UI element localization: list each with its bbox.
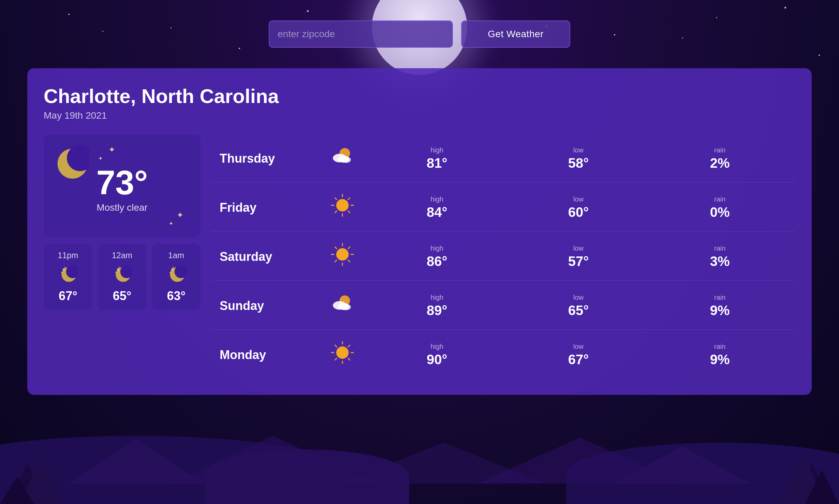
hour-label-2: 1am xyxy=(168,251,184,260)
landscape xyxy=(0,402,839,504)
forecast-panel: Thursday high 81° low 58° xyxy=(211,135,795,379)
svg-point-15 xyxy=(63,268,65,270)
svg-point-20 xyxy=(117,268,119,270)
svg-point-27 xyxy=(173,267,174,268)
current-moon-icon xyxy=(52,145,89,182)
forecast-icon-3 xyxy=(322,292,363,320)
forecast-rain-4: rain 9% xyxy=(652,343,787,367)
forecast-row-1: Friday high 84 xyxy=(211,184,795,232)
city-name: Charlotte, North Carolina xyxy=(44,85,795,107)
svg-point-21 xyxy=(115,272,117,273)
svg-point-26 xyxy=(170,272,171,273)
forecast-day-3: Sunday xyxy=(220,299,315,313)
forecast-day-0: Thursday xyxy=(220,151,315,166)
forecast-low-1: low 60° xyxy=(511,195,646,220)
forecast-icon-4 xyxy=(322,341,363,369)
svg-line-37 xyxy=(335,198,337,199)
hour-card-0: 11pm 67° xyxy=(44,244,92,310)
forecast-day-4: Monday xyxy=(220,348,315,362)
svg-point-16 xyxy=(61,272,63,273)
current-description: Mostly clear xyxy=(97,202,147,213)
svg-point-31 xyxy=(341,157,351,163)
zipcode-input[interactable] xyxy=(269,20,453,48)
forecast-row-4: Monday high 90 xyxy=(211,331,795,379)
svg-point-32 xyxy=(336,199,349,211)
hour-icon-2 xyxy=(166,264,187,285)
forecast-low-4: low 67° xyxy=(511,343,646,367)
forecast-high-3: high 89° xyxy=(370,294,504,318)
date: May 19th 2021 xyxy=(44,110,795,121)
sparkle-icon: ✦ xyxy=(108,145,115,154)
hour-card-2: 1am 63° xyxy=(152,244,201,310)
forecast-rain-1: rain 0% xyxy=(652,195,787,220)
svg-line-40 xyxy=(335,211,337,213)
svg-line-39 xyxy=(348,198,350,199)
svg-line-38 xyxy=(348,211,350,213)
hour-temp-2: 63° xyxy=(167,289,185,303)
forecast-high-2: high 86° xyxy=(370,244,504,269)
forecast-rain-3: rain 9% xyxy=(652,294,787,318)
main-weather-card: Charlotte, North Carolina May 19th 2021 … xyxy=(27,68,812,395)
forecast-icon-1 xyxy=(322,193,363,222)
hour-card-1: 12am 65° xyxy=(98,244,147,310)
forecast-day-2: Saturday xyxy=(220,250,315,264)
left-panel: ✦ ✦ ✦ ✦ 73° Mostly clear 11pm xyxy=(44,135,201,379)
svg-line-62 xyxy=(335,358,337,360)
svg-marker-6 xyxy=(68,439,205,484)
forecast-high-1: high 84° xyxy=(370,195,504,220)
svg-line-48 xyxy=(348,247,350,249)
svg-point-41 xyxy=(336,248,349,261)
forecast-low-0: low 58° xyxy=(511,146,646,171)
svg-line-46 xyxy=(335,247,337,249)
svg-point-53 xyxy=(341,304,351,310)
svg-line-49 xyxy=(335,260,337,262)
svg-line-47 xyxy=(348,260,350,262)
hourly-forecast: 11pm 67° 12am xyxy=(44,244,201,310)
hour-icon-0 xyxy=(58,264,78,285)
header: Get Weather xyxy=(0,20,839,48)
forecast-day-1: Friday xyxy=(220,201,315,215)
forecast-row-0: Thursday high 81° low 58° xyxy=(211,135,795,182)
hour-icon-1 xyxy=(112,264,132,285)
get-weather-button[interactable]: Get Weather xyxy=(461,20,570,48)
sparkle-icon-3: ✦ xyxy=(177,210,183,220)
svg-point-22 xyxy=(118,267,120,268)
sparkle-icon-4: ✦ xyxy=(169,220,173,227)
svg-point-54 xyxy=(336,346,349,359)
svg-marker-7 xyxy=(171,436,375,484)
forecast-icon-0 xyxy=(322,144,363,173)
forecast-high-4: high 90° xyxy=(370,343,504,367)
forecast-rain-2: rain 3% xyxy=(652,244,787,269)
svg-point-17 xyxy=(64,267,66,268)
hour-label-1: 12am xyxy=(112,251,132,260)
hour-label-0: 11pm xyxy=(58,251,78,260)
svg-point-25 xyxy=(171,268,173,270)
forecast-rain-0: rain 2% xyxy=(652,146,787,171)
forecast-row-2: Saturday high xyxy=(211,233,795,281)
svg-line-60 xyxy=(348,358,350,360)
forecast-low-2: low 57° xyxy=(511,244,646,269)
forecast-low-3: low 65° xyxy=(511,294,646,318)
hour-temp-1: 65° xyxy=(113,289,131,303)
sparkle-icon-2: ✦ xyxy=(98,155,103,162)
svg-line-61 xyxy=(348,345,350,347)
hour-temp-0: 67° xyxy=(59,289,77,303)
current-temp: 73° xyxy=(96,165,148,199)
svg-line-59 xyxy=(335,345,337,347)
forecast-icon-2 xyxy=(322,242,363,271)
forecast-row-3: Sunday high 89° low 65° xyxy=(211,282,795,330)
forecast-high-0: high 81° xyxy=(370,146,504,171)
current-weather-card: ✦ ✦ ✦ ✦ 73° Mostly clear xyxy=(44,135,201,237)
